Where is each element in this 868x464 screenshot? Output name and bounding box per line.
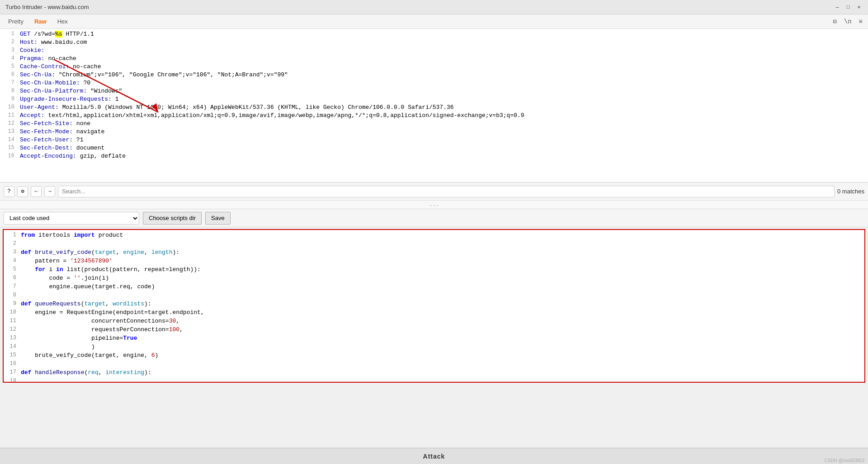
http-line-4: 4 Pragma: no-cache <box>0 55 868 63</box>
close-button[interactable]: ✕ <box>855 4 863 11</box>
http-line-2: 2 Host: www.baidu.com <box>0 39 868 47</box>
code-editor[interactable]: 1from itertools import product2 3def bru… <box>3 229 865 383</box>
choose-scripts-dir-button[interactable]: Choose scripts dir <box>143 212 202 225</box>
settings-button[interactable]: ⚙ <box>17 186 28 197</box>
script-toolbar: Last code used Choose scripts dir Save <box>0 209 868 227</box>
editor-line-13: 13 pipeline=True <box>4 335 864 343</box>
http-line-16: 16 Accept-Encoding: gzip, deflate <box>0 153 868 161</box>
editor-line-18: 18 <box>4 378 864 383</box>
editor-line-15: 15 brute_veify_code(target, engine, 6) <box>4 352 864 361</box>
http-line-5: 5 Cache-Control: no-cache <box>0 63 868 71</box>
http-line-1: 1 GET /s?wd=%s HTTP/1.1 <box>0 31 868 39</box>
editor-line-6: 6 code = ''.join(i) <box>4 275 864 283</box>
search-bar: ? ⚙ ← → 0 matches <box>0 183 868 201</box>
editor-line-10: 10 engine = RequestEngine(endpoint=targe… <box>4 309 864 318</box>
attack-bar: Attack <box>0 448 868 464</box>
editor-line-14: 14 ) <box>4 343 864 352</box>
attack-button[interactable]: Attack <box>423 453 445 460</box>
http-line-11: 11 Accept: text/html,application/xhtml+x… <box>0 112 868 120</box>
divider-dots: ... <box>0 201 868 209</box>
editor-line-4: 4 pattern = '1234567890' <box>4 258 864 266</box>
editor-line-12: 12 requestsPerConnection=100, <box>4 326 864 335</box>
forward-button[interactable]: → <box>44 186 55 197</box>
help-button[interactable]: ? <box>4 186 14 197</box>
editor-line-2: 2 <box>4 240 864 249</box>
script-dropdown[interactable]: Last code used <box>4 212 139 225</box>
save-button[interactable]: Save <box>205 212 231 225</box>
editor-line-11: 11 concurrentConnections=30, <box>4 318 864 326</box>
editor-line-7: 7 engine.queue(target.req, code) <box>4 283 864 292</box>
tab-hex[interactable]: Hex <box>53 16 72 27</box>
tab-raw[interactable]: Raw <box>30 16 51 27</box>
layout-icon[interactable]: ⊡ <box>831 17 838 26</box>
http-line-7: 7 Sec-Ch-Ua-Mobile: ?0 <box>0 80 868 88</box>
editor-line-9: 9def queueRequests(target, wordlists): <box>4 300 864 309</box>
back-button[interactable]: ← <box>31 186 42 197</box>
search-input[interactable] <box>58 186 835 197</box>
maximize-button[interactable]: □ <box>844 4 852 11</box>
http-line-14: 14 Sec-Fetch-User: ?1 <box>0 136 868 145</box>
http-line-15: 15 Sec-Fetch-Dest: document <box>0 145 868 153</box>
newline-icon[interactable]: \n <box>842 17 854 26</box>
tab-bar: Pretty Raw Hex ⊡ \n ≡ <box>0 14 868 29</box>
editor-line-5: 5 for i in list(product(pattern, repeat=… <box>4 266 864 275</box>
http-line-6: 6 Sec-Ch-Ua: "Chromium";v="106", "Google… <box>0 71 868 80</box>
minimize-button[interactable]: — <box>834 4 841 11</box>
window-title: Turbo Intruder - www.baidu.com <box>5 4 89 10</box>
http-line-3: 3 Cookie: <box>0 47 868 55</box>
http-request-panel: 1 GET /s?wd=%s HTTP/1.1 2 Host: www.baid… <box>0 29 868 183</box>
title-bar: Turbo Intruder - www.baidu.com — □ ✕ <box>0 0 868 14</box>
watermark: CSDN @mo663853 <box>824 458 864 463</box>
http-line-10: 10 User-Agent: Mozilla/5.0 (Windows NT 1… <box>0 104 868 112</box>
editor-line-17: 17def handleResponse(req, interesting): <box>4 369 864 378</box>
http-line-9: 9 Upgrade-Insecure-Requests: 1 <box>0 96 868 104</box>
tab-pretty[interactable]: Pretty <box>4 16 28 27</box>
http-line-12: 12 Sec-Fetch-Site: none <box>0 120 868 128</box>
matches-badge: 0 matches <box>837 188 864 195</box>
editor-line-8: 8 <box>4 292 864 300</box>
window-controls: — □ ✕ <box>834 4 863 11</box>
menu-icon[interactable]: ≡ <box>857 17 864 26</box>
main-content: Pretty Raw Hex ⊡ \n ≡ 1 GET /s?wd=%s HTT… <box>0 14 868 464</box>
right-controls: ⊡ \n ≡ <box>831 17 864 26</box>
editor-line-16: 16 <box>4 361 864 369</box>
editor-line-3: 3def brute_veify_code(target, engine, le… <box>4 249 864 258</box>
code-editor-lines: 1from itertools import product2 3def bru… <box>4 230 864 383</box>
http-line-13: 13 Sec-Fetch-Mode: navigate <box>0 128 868 136</box>
http-line-8: 8 Sec-Ch-Ua-Platform: "Windows" <box>0 88 868 96</box>
editor-line-1: 1from itertools import product <box>4 232 864 240</box>
